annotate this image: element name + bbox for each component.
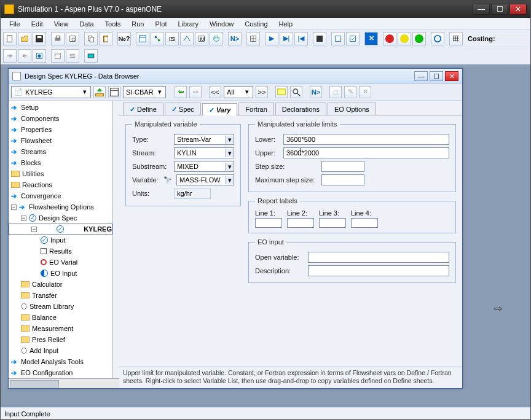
child-minimize-button[interactable]: — — [414, 71, 428, 81]
menu-run[interactable]: Run — [127, 19, 149, 29]
forward-button[interactable]: ⇨ — [189, 86, 202, 98]
tb2-btn-2[interactable] — [18, 49, 31, 63]
open-button[interactable] — [18, 32, 31, 45]
paste-button[interactable] — [99, 32, 112, 45]
tree-fso[interactable]: −➔Flowsheeting Options — [9, 201, 112, 212]
tree-convergence[interactable]: ➔Convergence — [9, 190, 112, 201]
tree-utilities[interactable]: Utilities — [9, 168, 112, 179]
tree-pres-relief[interactable]: Pres Relief — [9, 334, 112, 345]
tree-balance[interactable]: Balance — [9, 312, 112, 323]
menu-data[interactable]: Data — [74, 19, 98, 29]
stream-select[interactable]: KYLIN▾ — [174, 147, 234, 158]
comment-button[interactable] — [275, 86, 288, 98]
tool-btn-6[interactable] — [210, 32, 223, 45]
next-required-button[interactable]: N> — [310, 86, 322, 98]
description-input[interactable] — [308, 265, 449, 276]
find-button[interactable] — [290, 86, 302, 98]
tool-btn-10[interactable] — [431, 32, 444, 45]
scope-combo[interactable]: All ▾ — [224, 86, 253, 98]
units-combo[interactable]: SI-CBAR ▾ — [123, 86, 166, 98]
tool-btn-7[interactable] — [246, 32, 260, 45]
tab-fortran[interactable]: Fortran — [238, 103, 273, 115]
menu-view[interactable]: View — [49, 19, 74, 29]
line2-input[interactable] — [287, 218, 314, 228]
run-step-button[interactable]: ▶| — [280, 32, 293, 45]
tab-vary[interactable]: ✓Vary — [202, 103, 237, 115]
up-folder-button[interactable] — [93, 86, 106, 98]
last-button[interactable]: >> — [256, 86, 268, 98]
close-button[interactable]: ✕ — [509, 4, 527, 15]
tree-calculator[interactable]: Calculator — [9, 279, 112, 290]
tree-properties[interactable]: ➔Properties — [9, 124, 112, 135]
edit-obj-button[interactable]: ✎ — [344, 86, 356, 98]
tb2-btn-1[interactable] — [3, 49, 17, 63]
tab-declarations[interactable]: Declarations — [275, 103, 326, 115]
print-preview-button[interactable] — [66, 32, 79, 45]
tb2-btn-3[interactable] — [33, 49, 46, 63]
first-button[interactable]: << — [209, 86, 221, 98]
tool-btn-8[interactable] — [331, 32, 345, 45]
new-button[interactable] — [3, 32, 17, 45]
tool-btn-3[interactable]: S — [165, 32, 179, 45]
menu-plot[interactable]: Plot — [150, 19, 171, 29]
tb2-btn-5[interactable] — [66, 49, 79, 63]
new-obj-button[interactable]: □ — [329, 86, 342, 98]
menu-tools[interactable]: Tools — [100, 19, 126, 29]
tree-input[interactable]: ✓Input — [9, 235, 112, 246]
line1-input[interactable] — [255, 218, 282, 228]
tree-flowsheet[interactable]: ➔Flowsheet — [9, 135, 112, 146]
whats-this-button[interactable]: №? — [117, 32, 131, 45]
tree-mat[interactable]: ➔Model Analysis Tools — [9, 356, 112, 367]
step-input[interactable] — [321, 161, 364, 172]
tool-btn-4[interactable] — [180, 32, 194, 45]
status-yellow-icon[interactable] — [398, 32, 411, 45]
tree-transfer[interactable]: Transfer — [9, 290, 112, 301]
tool-btn-x[interactable]: ✕ — [364, 32, 378, 45]
open-var-input[interactable] — [308, 252, 449, 263]
type-select[interactable]: Stream-Var▾ — [174, 134, 234, 145]
tree-eo-input[interactable]: EO Input — [9, 268, 112, 279]
tree-eo-config[interactable]: ➔EO Configuration — [9, 367, 112, 378]
line3-input[interactable] — [319, 218, 346, 228]
tree-components[interactable]: ➔Components — [9, 113, 112, 124]
substream-select[interactable]: MIXED▾ — [174, 161, 234, 172]
child-maximize-button[interactable]: ☐ — [430, 71, 443, 81]
menu-costing[interactable]: Costing — [240, 19, 272, 29]
tree-setup[interactable]: ➔Setup — [9, 102, 112, 113]
child-close-button[interactable]: ✕ — [445, 71, 458, 81]
menu-help[interactable]: Help — [274, 19, 298, 29]
tool-btn-2[interactable] — [151, 32, 164, 45]
status-green-icon[interactable] — [412, 32, 426, 45]
data-browser-button[interactable] — [136, 32, 149, 45]
tree-design-spec[interactable]: −✓Design Spec — [9, 212, 112, 224]
copy-button[interactable] — [84, 32, 98, 45]
tab-define[interactable]: ✓Define — [123, 103, 163, 115]
tool-btn-9[interactable] — [346, 32, 360, 45]
tree-stream-lib[interactable]: Stream Library — [9, 301, 112, 312]
variable-select[interactable]: MASS-FLOW▾ — [176, 174, 234, 185]
delete-obj-button[interactable]: ✕ — [359, 86, 371, 98]
maximize-button[interactable]: ☐ — [491, 4, 508, 15]
menu-window[interactable]: Window — [205, 19, 238, 29]
tree-eo-var[interactable]: EO Varial — [9, 257, 112, 268]
run-play-button[interactable]: ▶ — [265, 32, 278, 45]
line4-input[interactable] — [351, 218, 378, 228]
tree-measurement[interactable]: Measurement — [9, 323, 112, 334]
menu-file[interactable]: File — [4, 19, 25, 29]
binoculars-icon[interactable]: 🔭 — [163, 175, 173, 185]
tb2-btn-6[interactable] — [84, 49, 98, 63]
maxstep-input[interactable] — [321, 174, 364, 185]
tool-btn-5[interactable]: M — [195, 32, 208, 45]
tree-horizontal-scrollbar[interactable] — [9, 378, 119, 388]
record-button[interactable] — [108, 86, 120, 98]
tree-pane[interactable]: ➔Setup ➔Components ➔Properties ➔Flowshee… — [9, 101, 113, 378]
menu-library[interactable]: Library — [173, 19, 203, 29]
nav-combo[interactable]: 📄 KYLREG ▾ — [11, 86, 91, 98]
run-to-start-button[interactable]: |◀ — [294, 32, 308, 45]
status-red-icon[interactable] — [383, 32, 396, 45]
menu-edit[interactable]: Edit — [26, 19, 48, 29]
print-button[interactable] — [51, 32, 65, 45]
upper-input[interactable]: 3600*2000 — [283, 147, 449, 158]
back-button[interactable]: ⇦ — [175, 86, 187, 98]
tree-kylreg[interactable]: −✓KYLREG — [9, 224, 112, 235]
